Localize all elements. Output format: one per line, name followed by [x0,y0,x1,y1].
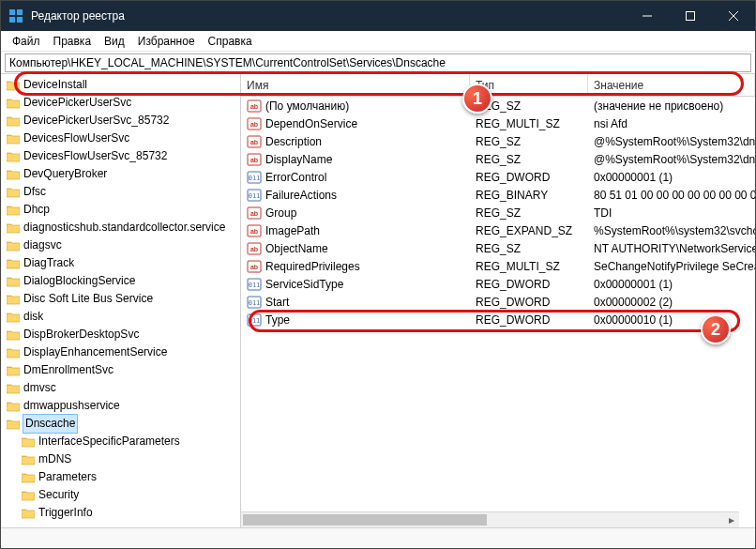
menu-help[interactable]: Справка [203,33,258,50]
list-body[interactable]: ab(По умолчанию)REG_SZ(значение не присв… [241,97,755,527]
value-row[interactable]: abDisplayNameREG_SZ@%SystemRoot%\System3… [241,150,755,168]
value-type: REG_DWORD [470,171,588,184]
svg-rect-1 [17,9,23,15]
tree-item-label: DmEnrollmentSvc [23,361,113,379]
maximize-button[interactable] [669,1,712,31]
value-row[interactable]: abObjectNameREG_SZNT AUTHORITY\NetworkSe… [241,239,755,257]
folder-icon [7,419,20,430]
svg-text:011: 011 [249,192,261,200]
value-row[interactable]: abRequiredPrivilegesREG_MULTI_SZSeChange… [241,257,755,275]
tree-item-label: Dhcp [23,201,50,219]
address-input[interactable] [5,53,751,72]
value-data: NT AUTHORITY\NetworkService [588,242,755,255]
tree-item-label: DevicesFlowUserSvc [23,130,129,147]
value-name: Start [265,296,289,309]
value-name: ServiceSidType [265,278,343,291]
window-controls [626,1,755,31]
folder-icon [7,329,20,341]
tree-item[interactable]: Disc Soft Lite Bus Service [7,290,240,308]
tree-item[interactable]: disk [7,308,240,326]
tree-item-label: DisplayEnhancementService [23,343,167,361]
value-list: Имя Тип Значение ab(По умолчанию)REG_SZ(… [241,74,755,527]
addressbar [1,52,755,74]
tree-item[interactable]: dmvsc [7,379,240,397]
value-row[interactable]: 011FailureActionsREG_BINARY80 51 01 00 0… [241,186,755,204]
tree-item[interactable]: Dfsc [7,183,240,201]
value-row[interactable]: abDependOnServiceREG_MULTI_SZnsi Afd [241,114,755,132]
value-data: nsi Afd [588,117,755,130]
tree-item[interactable]: DisplayEnhancementService [7,343,240,361]
binary-value-icon: 011 [247,188,262,203]
tree-item[interactable]: DialogBlockingService [7,272,240,290]
value-row[interactable]: abDescriptionREG_SZ@%SystemRoot%\System3… [241,132,755,150]
statusbar [1,527,755,548]
tree-item[interactable]: Dhcp [7,201,240,219]
menu-view[interactable]: Вид [98,33,130,50]
value-data: @%SystemRoot%\System32\dnsapi [588,135,755,148]
binary-value-icon: 011 [247,277,262,292]
string-value-icon: ab [247,259,262,274]
value-row[interactable]: 011StartREG_DWORD0x00000002 (2) [241,293,755,311]
folder-icon [7,383,20,394]
tree-item[interactable]: TriggerInfo [7,504,240,522]
scrollbar-horizontal[interactable]: ◂ ▸ [241,511,739,527]
value-row[interactable]: 011TypeREG_DWORD0x00000010 (1) [241,311,755,328]
folder-icon [22,508,35,519]
folder-icon [7,401,20,412]
minimize-button[interactable] [626,1,669,31]
value-row[interactable]: 011ServiceSidTypeREG_DWORD0x00000001 (1) [241,275,755,293]
value-row[interactable]: ab(По умолчанию)REG_SZ(значение не присв… [241,97,755,114]
tree-item[interactable]: DevQueryBroker [7,165,240,183]
value-data: 80 51 01 00 00 00 00 00 00 00 00 00 [588,189,755,202]
menu-edit[interactable]: Правка [48,33,98,50]
tree-item-label: Dfsc [23,183,46,201]
tree-item-label: Disc Soft Lite Bus Service [23,290,153,308]
value-name: Group [265,206,296,220]
menu-favorites[interactable]: Избранное [132,33,201,50]
value-type: REG_DWORD [470,278,588,291]
column-name[interactable]: Имя [241,74,470,96]
tree-item[interactable]: diagnosticshub.standardcollector.service [7,219,240,236]
tree-item[interactable]: dmwappushservice [7,397,240,415]
tree-item[interactable]: DevicePickerUserSvc_85732 [7,112,240,130]
tree-item[interactable]: DevicePickerUserSvc [7,94,240,112]
tree-item[interactable]: DevicesFlowUserSvc [7,130,240,147]
svg-text:011: 011 [249,299,261,307]
folder-icon [7,276,20,287]
folder-icon [7,115,20,127]
tree-item[interactable]: DmEnrollmentSvc [7,361,240,379]
tree-item[interactable]: Parameters [7,468,240,486]
tree-item[interactable]: DevicesFlowUserSvc_85732 [7,147,240,165]
key-tree[interactable]: DeviceInstallDevicePickerUserSvcDevicePi… [1,74,241,527]
tree-item-label: diagsvc [23,236,62,254]
value-type: REG_MULTI_SZ [470,117,588,130]
tree-item-label: mDNS [38,450,71,468]
value-name: Description [265,135,322,148]
value-type: REG_MULTI_SZ [470,260,588,273]
tree-item[interactable]: mDNS [7,450,240,468]
tree-item[interactable]: DeviceInstall [7,76,240,94]
close-button[interactable] [712,1,755,31]
tree-item[interactable]: DispBrokerDesktopSvc [7,326,240,343]
tree-item[interactable]: diagsvc [7,236,240,254]
content-area: DeviceInstallDevicePickerUserSvcDevicePi… [1,74,755,527]
svg-rect-3 [17,17,23,23]
string-value-icon: ab [247,134,262,149]
column-data[interactable]: Значение [588,74,755,96]
scroll-thumb-h[interactable] [243,514,487,526]
value-row[interactable]: 011ErrorControlREG_DWORD0x00000001 (1) [241,168,755,186]
tree-item[interactable]: Security [7,486,240,504]
titlebar: Редактор реестра [1,1,755,31]
menu-file[interactable]: Файл [7,33,46,50]
tree-item[interactable]: DiagTrack [7,254,240,272]
svg-text:011: 011 [249,175,261,182]
value-row[interactable]: abImagePathREG_EXPAND_SZ%SystemRoot%\sys… [241,221,755,239]
tree-item-label: DevicePickerUserSvc_85732 [23,112,169,130]
value-type: REG_SZ [470,206,588,220]
string-value-icon: ab [247,116,262,131]
tree-item-label: dmwappushservice [23,397,120,415]
scroll-right-icon[interactable]: ▸ [723,512,739,527]
tree-item[interactable]: InterfaceSpecificParameters [7,433,240,450]
tree-item[interactable]: Dnscache [7,415,240,433]
value-row[interactable]: abGroupREG_SZTDI [241,204,755,221]
